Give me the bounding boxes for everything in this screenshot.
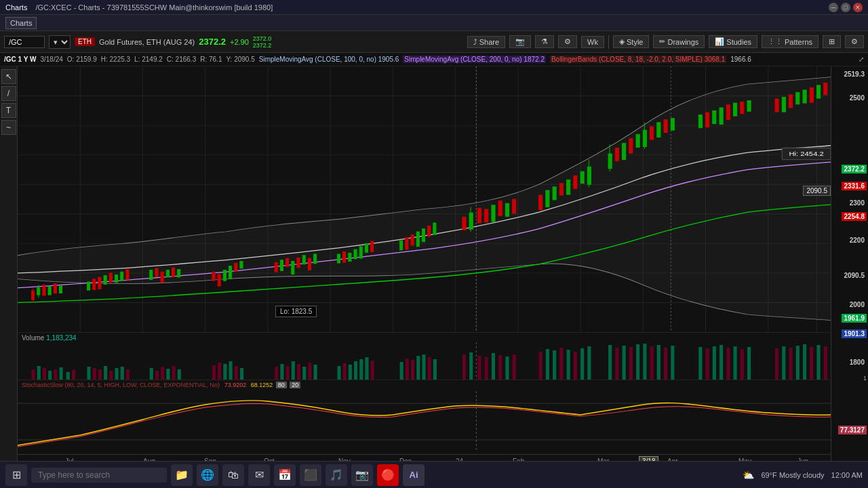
charts-menu[interactable]: Charts [5,17,37,29]
mail-icon[interactable]: ✉ [248,464,270,486]
studies-button[interactable]: 📊 Studies [709,35,757,48]
chart-info-bar: /GC 1 Y W 3/18/24 O: 2159.9 H: 2225.3 L:… [0,53,868,66]
svg-rect-181 [546,349,549,383]
info-low: L: 2149.2 [134,56,163,63]
maximize-btn[interactable]: □ [841,3,850,12]
svg-rect-49 [229,266,232,279]
svg-rect-192 [636,344,639,383]
patterns-button[interactable]: ⋮⋮ Patterns [762,35,818,48]
symbol-dropdown[interactable]: ▾ [49,35,71,49]
price-range-high: 2372.0 [253,35,272,42]
ai-icon[interactable]: Ai [403,464,425,486]
store-icon[interactable]: 🛍 [222,464,244,486]
svg-rect-117 [810,87,813,102]
grid-view-button[interactable]: ⊞ [823,35,841,48]
price-2200: 2200 [848,236,867,245]
svg-rect-35 [104,275,106,284]
svg-rect-112 [775,99,778,112]
price-2500: 2500 [848,94,867,102]
config-button[interactable]: ⚙ [845,35,864,48]
sma200-info: SimpleMovingAvg (CLOSE, 200, 0, no) 1872… [403,56,546,63]
svg-rect-59 [314,254,317,264]
last-value: 1966.6 [730,56,751,63]
photo-icon[interactable]: 📷 [351,464,373,486]
price-2254: 2254.8 [842,212,867,221]
svg-rect-168 [416,356,420,383]
svg-rect-198 [698,347,702,383]
svg-rect-57 [302,256,305,264]
svg-rect-48 [223,270,226,281]
svg-rect-107 [719,108,723,124]
expand-icon[interactable]: ⤢ [859,56,864,63]
svg-rect-29 [48,287,51,295]
svg-rect-41 [155,268,158,277]
svg-rect-113 [782,97,785,112]
taskbar-search-input[interactable] [31,468,167,483]
svg-rect-188 [608,345,612,383]
svg-rect-52 [275,262,277,272]
browser-icon[interactable]: 🌐 [197,464,218,486]
svg-rect-33 [93,279,96,290]
timeframe-button[interactable]: Wk [581,36,604,48]
stochastic-chart-svg [18,391,831,452]
svg-rect-94 [615,148,618,161]
calendar-icon[interactable]: 📅 [274,464,296,486]
price-1961: 1961.9 [842,314,867,323]
minimize-btn[interactable]: ─ [829,3,838,12]
svg-rect-201 [719,345,723,383]
svg-rect-182 [553,350,556,383]
svg-rect-101 [657,123,660,138]
camera-icon: 📷 [515,37,525,46]
terminal-icon[interactable]: ⬛ [300,464,321,486]
svg-rect-45 [178,270,180,277]
file-explorer-icon[interactable]: 📁 [171,464,193,486]
app-name: Charts [5,3,27,12]
music-icon[interactable]: 🎵 [326,464,347,486]
svg-rect-102 [664,119,667,132]
right-price-panel: 2519.3 2500 2372.2 2331.6 2300 2254.8 22… [831,66,868,468]
weather-icon: ⛅ [743,470,754,481]
svg-rect-70 [416,232,419,247]
eth-badge: ETH [75,37,95,46]
grid-icon: ⊞ [829,37,835,46]
sma-tool[interactable]: ~ [1,120,16,135]
share-button[interactable]: ⤴ Share [467,36,505,48]
menu-bar: Charts [0,15,868,31]
svg-rect-97 [636,134,639,147]
drawings-button[interactable]: ✏ Drawings [653,35,705,48]
trendline-tool[interactable]: / [1,86,16,101]
symbol-input[interactable] [4,36,45,48]
style-icon: ◈ [619,37,625,46]
svg-rect-80 [498,201,502,216]
separator [608,35,609,49]
svg-rect-108 [726,105,730,120]
style-button[interactable]: ◈ Style [613,35,649,48]
price-2300: 2300 [848,199,867,207]
svg-rect-54 [286,258,289,266]
camera-button[interactable]: 📷 [509,35,531,48]
svg-rect-58 [308,258,311,270]
patterns-icon: ⋮⋮ [768,37,783,46]
price-2000: 2000 [848,300,867,309]
svg-rect-103 [671,119,674,130]
price-chart[interactable]: Hi: 2454.2 Lo: 1823.5 2090.5 [18,66,831,332]
svg-rect-115 [796,92,800,104]
start-button[interactable]: ⊞ [5,464,27,486]
svg-rect-109 [734,103,737,116]
price-2090: 2090.5 [842,271,867,280]
svg-rect-37 [115,275,117,283]
price-chart-svg: Hi: 2454.2 [18,66,831,332]
settings-button[interactable]: ⚙ [558,35,577,48]
text-tool[interactable]: T [1,103,16,118]
close-btn[interactable]: ✕ [853,3,863,12]
svg-rect-60 [337,254,340,263]
cursor-tool[interactable]: ↖ [1,69,16,84]
svg-rect-186 [580,348,584,383]
svg-rect-39 [126,270,129,280]
svg-rect-56 [297,258,300,268]
svg-rect-79 [492,205,495,222]
main-toolbar: ▾ ETH Gold Futures, ETH (AUG 24) 2372.2 … [0,31,868,53]
app-icon[interactable]: 🔴 [377,464,399,486]
gear-icon: ⚙ [564,37,571,46]
flask-button[interactable]: ⚗ [535,35,554,48]
